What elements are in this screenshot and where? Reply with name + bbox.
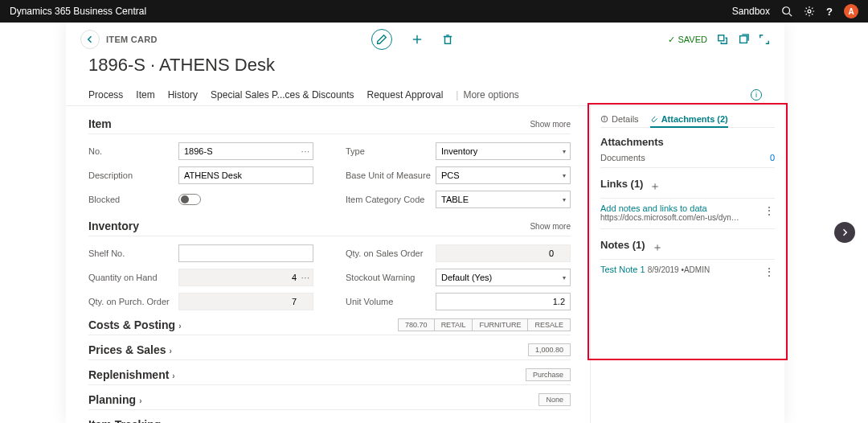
label-shelf: Shelf No.	[88, 248, 178, 258]
lookup-icon[interactable]: ···	[301, 273, 310, 282]
value-qpo	[178, 293, 313, 310]
more-icon[interactable]: ⋮	[764, 266, 775, 277]
share-icon[interactable]	[717, 34, 728, 45]
page-title: 1896-S · ATHENS Desk	[66, 53, 784, 84]
label-stockout: Stockout Warning	[346, 273, 436, 282]
edit-button[interactable]	[371, 29, 392, 50]
links-section: Links (1) ＋ Add notes and links to data …	[600, 178, 775, 229]
label-no: No.	[88, 146, 178, 156]
label-type: Type	[346, 146, 436, 156]
section-item-title[interactable]: Item	[88, 117, 112, 130]
action-item[interactable]: Item	[136, 89, 154, 101]
show-more-item[interactable]: Show more	[530, 120, 571, 129]
next-record-button[interactable]	[834, 222, 855, 243]
action-process[interactable]: Process	[88, 89, 123, 101]
input-no[interactable]	[178, 142, 313, 160]
delete-icon[interactable]	[442, 34, 453, 45]
environment-badge: Sandbox	[732, 6, 770, 17]
notes-heading: Notes (1)	[600, 239, 645, 251]
tab-details[interactable]: Details	[600, 114, 639, 124]
avatar[interactable]: A	[844, 4, 858, 18]
chevron-right-icon: ›	[170, 347, 172, 355]
link-url: https://docs.microsoft.com/en-us/dyn…	[600, 213, 760, 222]
gear-icon[interactable]	[804, 6, 815, 17]
input-shelf[interactable]	[178, 244, 313, 262]
chip: 780.70	[398, 318, 435, 331]
svg-rect-5	[445, 37, 451, 44]
section-item: Item Show more No. ··· Type ▾ Descriptio…	[88, 106, 571, 208]
value-qoh[interactable]	[178, 269, 313, 286]
more-icon[interactable]: ⋮	[764, 205, 775, 216]
new-icon[interactable]	[411, 34, 423, 45]
value-qso	[436, 244, 571, 262]
label-qoh: Quantity on Hand	[88, 273, 178, 282]
label-description: Description	[88, 170, 178, 180]
section-replenishment[interactable]: Replenishment› Purchase	[88, 360, 571, 385]
chip: None	[538, 393, 571, 406]
svg-point-0	[783, 7, 790, 14]
saved-indicator: SAVED	[668, 35, 707, 45]
section-costs-posting[interactable]: Costs & Posting› 780.70 RETAIL FURNITURE…	[88, 310, 571, 335]
show-more-inventory[interactable]: Show more	[530, 222, 571, 231]
input-vol[interactable]	[436, 293, 571, 310]
chip: FURNITURE	[473, 318, 528, 331]
topbar: Dynamics 365 Business Central Sandbox ? …	[0, 0, 868, 23]
select-uom[interactable]	[436, 166, 571, 184]
section-inventory: Inventory Show more Shelf No. Qty. on Sa…	[88, 208, 571, 310]
expand-icon[interactable]	[759, 34, 770, 45]
info-icon[interactable]: i	[751, 89, 762, 101]
select-category[interactable]	[436, 191, 571, 208]
toggle-blocked[interactable]	[178, 194, 201, 205]
attachments-section: Attachments Documents 0	[600, 136, 775, 168]
svg-rect-9	[740, 36, 747, 43]
action-special-sales[interactable]: Special Sales P...ces & Discounts	[211, 89, 354, 101]
select-stockout[interactable]	[436, 269, 571, 286]
label-category: Item Category Code	[346, 195, 436, 204]
chevron-right-icon: ›	[172, 372, 174, 380]
search-icon[interactable]	[781, 6, 792, 17]
lookup-icon[interactable]: ···	[301, 147, 310, 156]
tab-attachments[interactable]: Attachments (2)	[650, 114, 728, 128]
note-item[interactable]: Test Note 1 8/9/2019 •ADMIN ⋮	[600, 265, 775, 274]
svg-line-1	[789, 14, 792, 17]
svg-rect-8	[719, 35, 724, 41]
documents-count[interactable]: 0	[770, 153, 775, 162]
product-name: Dynamics 365 Business Central	[10, 6, 146, 17]
chevron-right-icon: ›	[178, 322, 181, 331]
documents-label: Documents	[600, 153, 645, 162]
section-inventory-title[interactable]: Inventory	[88, 220, 139, 232]
svg-point-12	[604, 117, 605, 118]
popout-icon[interactable]	[738, 34, 749, 45]
chip: 1,000.80	[528, 343, 571, 356]
section-prices-sales[interactable]: Prices & Sales› 1,000.80	[88, 335, 571, 360]
label-uom: Base Unit of Measure	[346, 170, 436, 180]
chip: Purchase	[526, 368, 571, 381]
label-blocked: Blocked	[88, 195, 178, 204]
action-history[interactable]: History	[168, 89, 198, 101]
chevron-right-icon: ›	[139, 396, 141, 405]
action-bar: Process Item History Special Sales P...c…	[66, 84, 784, 106]
section-item-tracking[interactable]: Item Tracking›	[88, 410, 571, 423]
breadcrumb: ITEM CARD	[106, 35, 158, 44]
action-request-approval[interactable]: Request Approval	[367, 89, 444, 101]
link-item[interactable]: Add notes and links to data https://docs…	[600, 203, 775, 229]
add-link-button[interactable]: ＋	[649, 179, 661, 194]
label-qpo: Qty. on Purch. Order	[88, 297, 178, 306]
add-note-button[interactable]: ＋	[652, 240, 663, 255]
chip: RETAIL	[435, 318, 473, 331]
note-title: Test Note 1	[600, 265, 645, 274]
chip: RESALE	[528, 318, 571, 331]
notes-section: Notes (1) ＋ Test Note 1 8/9/2019 •ADMIN …	[600, 239, 775, 274]
item-card: ITEM CARD SAVED 1896-S · ATHENS Desk Pro…	[66, 23, 784, 423]
svg-point-2	[808, 10, 811, 13]
input-description[interactable]	[178, 166, 313, 184]
more-options[interactable]: More options	[463, 89, 518, 101]
factbox-pane: Details Attachments (2) Attachments Docu…	[590, 106, 784, 423]
label-qso: Qty. on Sales Order	[346, 248, 436, 258]
select-type[interactable]	[436, 142, 571, 160]
note-meta: 8/9/2019 •ADMIN	[648, 265, 710, 274]
section-planning[interactable]: Planning› None	[88, 385, 571, 410]
links-heading: Links (1)	[600, 178, 643, 190]
help-icon[interactable]: ?	[826, 6, 833, 18]
back-button[interactable]	[80, 30, 100, 49]
